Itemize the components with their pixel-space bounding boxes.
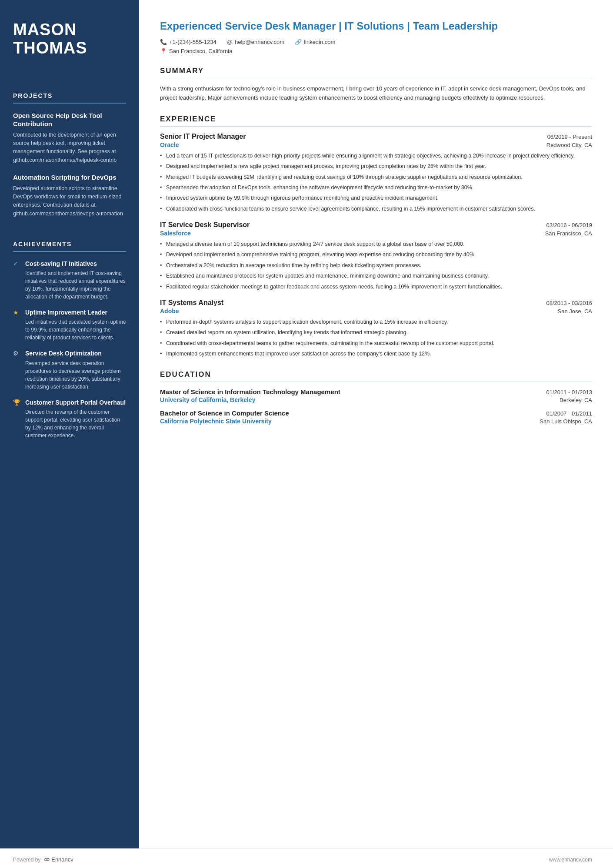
achievements-section: ACHIEVEMENTS ✔ Cost-saving IT Initiative… [13, 227, 126, 447]
achievement-2: ★ Uptime Improvement Leader Led initiati… [13, 308, 126, 342]
achievement-4-desc: Directed the revamp of the customer supp… [25, 408, 126, 439]
list-item: Developed and implemented a comprehensiv… [160, 251, 592, 259]
phone-value: +1-(234)-555-1234 [169, 39, 217, 45]
edu-1-degree: Master of Science in Information Technol… [160, 388, 340, 395]
project2-desc: Developed automation scripts to streamli… [13, 184, 126, 218]
edu-1-school: University of California, Berkeley [160, 396, 255, 403]
job-1-dates: 06/2019 - Present [547, 134, 592, 140]
achievement-4: 🏆 Customer Support Portal Overhaul Direc… [13, 399, 126, 439]
achievement-2-title: Uptime Improvement Leader [25, 308, 126, 316]
edu-1-header: Master of Science in Information Technol… [160, 388, 592, 395]
achievement-3-title: Service Desk Optimization [25, 349, 126, 357]
edu-1-sub: University of California, Berkeley Berke… [160, 396, 592, 403]
powered-by-label: Powered by [13, 857, 40, 863]
footer: Powered by ∞ Enhancv www.enhancv.com [0, 848, 613, 868]
list-item: Implemented system enhancements that imp… [160, 350, 592, 358]
achievement-1: ✔ Cost-saving IT Initiatives Identified … [13, 260, 126, 301]
contact-row: 📞 +1-(234)-555-1234 @ help@enhancv.com 🔗… [160, 39, 592, 45]
list-item: Created detailed reports on system utili… [160, 328, 592, 337]
experience-divider [160, 126, 592, 127]
edu-2-location: San Luis Obispo, CA [540, 418, 592, 425]
projects-title: PROJECTS [13, 92, 126, 99]
summary-divider [160, 78, 592, 78]
trophy-icon: 🏆 [13, 399, 21, 406]
job-3-dates: 08/2013 - 03/2016 [546, 300, 592, 306]
page-title: Experienced Service Desk Manager | IT So… [160, 19, 592, 33]
main-content: Experienced Service Desk Manager | IT So… [139, 0, 613, 848]
job-1-company: Oracle [160, 141, 179, 148]
footer-left: Powered by ∞ Enhancv [13, 855, 73, 864]
summary-text: With a strong enthusiasm for technology'… [160, 84, 592, 103]
experience-section-title: EXPERIENCE [160, 115, 592, 124]
phone-icon: 📞 [160, 39, 167, 45]
job-3-sub: Adobe San Jose, CA [160, 308, 592, 315]
footer-website: www.enhancv.com [549, 857, 592, 863]
job-2-location: San Francisco, CA [545, 230, 592, 237]
location-icon: 📍 [160, 48, 167, 54]
job-2-bullets: Managed a diverse team of 10 support tec… [160, 240, 592, 291]
list-item: Managed a diverse team of 10 support tec… [160, 240, 592, 248]
job-1-sub: Oracle Redwood City, CA [160, 141, 592, 148]
job-2-company: Salesforce [160, 230, 191, 237]
list-item: Established and maintained protocols for… [160, 272, 592, 280]
project2-title: Automation Scripting for DevOps [13, 173, 126, 182]
check-icon: ✔ [13, 260, 21, 267]
list-item: Collaborated with cross-functional teams… [160, 205, 592, 213]
linkedin-icon: 🔗 [295, 39, 302, 45]
education-divider [160, 382, 592, 382]
email-value: help@enhancv.com [235, 39, 284, 45]
list-item: Orchestrated a 20% reduction in average … [160, 261, 592, 270]
achievement-2-desc: Led initiatives that escalated system up… [25, 318, 126, 342]
list-item: Performed in-depth systems analysis to s… [160, 318, 592, 326]
job-3-header: IT Systems Analyst 08/2013 - 03/2016 [160, 299, 592, 307]
job-1-header: Senior IT Project Manager 06/2019 - Pres… [160, 133, 592, 141]
list-item: Managed IT budgets exceeding $2M, identi… [160, 173, 592, 181]
infinity-icon: ∞ [44, 855, 50, 864]
gear-icon: ⚙ [13, 350, 21, 357]
star-icon: ★ [13, 309, 21, 316]
summary-section-title: SUMMARY [160, 67, 592, 75]
achievements-title: ACHIEVEMENTS [13, 241, 126, 248]
job-2-sub: Salesforce San Francisco, CA [160, 230, 592, 237]
job-1-location: Redwood City, CA [546, 142, 592, 148]
brand-name: Enhancv [51, 856, 73, 863]
list-item: Spearheaded the adoption of DevOps tools… [160, 184, 592, 192]
phone-item: 📞 +1-(234)-555-1234 [160, 39, 217, 45]
list-item: Led a team of 15 IT professionals to del… [160, 152, 592, 160]
list-item: Coordinated with cross-departmental team… [160, 339, 592, 348]
job-3-bullets: Performed in-depth systems analysis to s… [160, 318, 592, 359]
achievement-3-desc: Revamped service desk operation procedur… [25, 359, 126, 391]
email-icon: @ [227, 39, 233, 45]
edu-2-header: Bachelor of Science in Computer Science … [160, 409, 592, 417]
job-3-location: San Jose, CA [558, 308, 593, 315]
project1-desc: Contributed to the development of an ope… [13, 131, 126, 165]
achievements-divider [13, 251, 126, 252]
edu-2-degree: Bachelor of Science in Computer Science [160, 409, 289, 417]
edu-2-dates: 01/2007 - 01/2011 [546, 410, 592, 417]
edu-1-location: Berkeley, CA [560, 397, 592, 403]
achievement-3: ⚙ Service Desk Optimization Revamped ser… [13, 349, 126, 390]
list-item: Designed and implemented a new agile pro… [160, 162, 592, 171]
candidate-name: MASON THOMAS [13, 21, 126, 57]
job-3-title: IT Systems Analyst [160, 299, 223, 307]
edu-2-school: California Polytechnic State University [160, 418, 272, 425]
job-1-bullets: Led a team of 15 IT professionals to del… [160, 152, 592, 213]
project1-title: Open Source Help Desk Tool Contribution [13, 111, 126, 128]
edu-1-dates: 01/2011 - 01/2013 [546, 389, 592, 395]
location-row: 📍 San Francisco, California [160, 48, 592, 54]
email-item: @ help@enhancv.com [227, 39, 284, 45]
edu-2-sub: California Polytechnic State University … [160, 418, 592, 425]
job-2-header: IT Service Desk Supervisor 03/2016 - 06/… [160, 221, 592, 229]
job-2-dates: 03/2016 - 06/2019 [546, 222, 592, 228]
job-1-title: Senior IT Project Manager [160, 133, 246, 141]
achievement-1-title: Cost-saving IT Initiatives [25, 260, 126, 268]
linkedin-item: 🔗 linkedin.com [295, 39, 335, 45]
list-item: Improved system uptime by 99.9% through … [160, 194, 592, 202]
job-2-title: IT Service Desk Supervisor [160, 221, 250, 229]
achievement-1-desc: Identified and implemented IT cost-savin… [25, 269, 126, 301]
sidebar: MASON THOMAS PROJECTS Open Source Help D… [0, 0, 139, 848]
list-item: Facilitated regular stakeholder meetings… [160, 283, 592, 291]
projects-divider [13, 103, 126, 104]
job-3-company: Adobe [160, 308, 179, 315]
education-section-title: EDUCATION [160, 370, 592, 379]
